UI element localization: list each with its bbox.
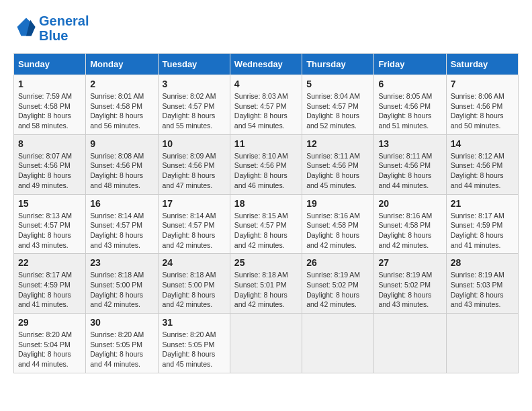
day-number: 12: [306, 138, 369, 149]
day-number: 8: [18, 138, 81, 149]
calendar-cell: [446, 314, 518, 373]
calendar-week-row: 1Sunrise: 7:59 AMSunset: 4:58 PMDaylight…: [14, 75, 519, 135]
calendar-cell: 8Sunrise: 8:07 AMSunset: 4:56 PMDaylight…: [14, 134, 86, 194]
day-info: Sunrise: 8:08 AMSunset: 4:56 PMDaylight:…: [90, 151, 153, 191]
calendar-cell: 23Sunrise: 8:18 AMSunset: 5:00 PMDayligh…: [86, 254, 158, 314]
day-number: 18: [234, 198, 298, 209]
weekday-header: Tuesday: [158, 54, 230, 75]
day-number: 3: [163, 79, 226, 89]
day-info: Sunrise: 8:14 AMSunset: 4:57 PMDaylight:…: [163, 211, 226, 250]
day-info: Sunrise: 8:06 AMSunset: 4:56 PMDaylight:…: [451, 91, 514, 131]
page-header: General Blue: [13, 13, 519, 43]
calendar-cell: 10Sunrise: 8:09 AMSunset: 4:56 PMDayligh…: [158, 134, 230, 194]
day-info: Sunrise: 8:13 AMSunset: 4:57 PMDaylight:…: [18, 211, 81, 250]
day-number: 22: [18, 257, 81, 268]
day-number: 11: [234, 138, 298, 149]
calendar-cell: 5Sunrise: 8:04 AMSunset: 4:57 PMDaylight…: [302, 75, 374, 135]
calendar-cell: 29Sunrise: 8:20 AMSunset: 5:04 PMDayligh…: [14, 314, 86, 373]
weekday-header: Friday: [374, 54, 446, 75]
weekday-header: Monday: [86, 54, 158, 75]
calendar-cell: 26Sunrise: 8:19 AMSunset: 5:02 PMDayligh…: [302, 254, 374, 314]
calendar-cell: 7Sunrise: 8:06 AMSunset: 4:56 PMDaylight…: [446, 75, 518, 135]
day-info: Sunrise: 8:12 AMSunset: 4:56 PMDaylight:…: [451, 151, 514, 191]
calendar-table: SundayMondayTuesdayWednesdayThursdayFrid…: [13, 53, 519, 373]
day-info: Sunrise: 8:19 AMSunset: 5:02 PMDaylight:…: [378, 270, 441, 310]
day-info: Sunrise: 8:16 AMSunset: 4:58 PMDaylight:…: [378, 211, 441, 250]
day-info: Sunrise: 8:18 AMSunset: 5:00 PMDaylight:…: [163, 270, 226, 310]
calendar-cell: 11Sunrise: 8:10 AMSunset: 4:56 PMDayligh…: [230, 134, 302, 194]
weekday-header: Sunday: [14, 54, 86, 75]
day-number: 24: [163, 257, 226, 268]
day-info: Sunrise: 8:20 AMSunset: 5:05 PMDaylight:…: [90, 330, 153, 369]
day-number: 5: [306, 79, 369, 89]
day-number: 31: [163, 317, 226, 328]
calendar-week-row: 8Sunrise: 8:07 AMSunset: 4:56 PMDaylight…: [14, 134, 519, 194]
day-info: Sunrise: 8:11 AMSunset: 4:56 PMDaylight:…: [306, 151, 369, 191]
day-info: Sunrise: 8:16 AMSunset: 4:58 PMDaylight:…: [306, 211, 369, 250]
calendar-cell: 16Sunrise: 8:14 AMSunset: 4:57 PMDayligh…: [86, 194, 158, 254]
day-number: 21: [451, 198, 514, 209]
logo-general: General: [39, 13, 89, 28]
day-number: 2: [90, 79, 153, 89]
day-number: 9: [90, 138, 153, 149]
calendar-cell: 28Sunrise: 8:19 AMSunset: 5:03 PMDayligh…: [446, 254, 518, 314]
calendar-cell: 24Sunrise: 8:18 AMSunset: 5:00 PMDayligh…: [158, 254, 230, 314]
day-number: 23: [90, 257, 153, 268]
calendar-cell: 30Sunrise: 8:20 AMSunset: 5:05 PMDayligh…: [86, 314, 158, 373]
day-number: 14: [451, 138, 514, 149]
day-info: Sunrise: 8:20 AMSunset: 5:04 PMDaylight:…: [18, 330, 81, 369]
calendar-cell: 13Sunrise: 8:11 AMSunset: 4:56 PMDayligh…: [374, 134, 446, 194]
day-number: 6: [378, 79, 441, 89]
day-info: Sunrise: 8:15 AMSunset: 4:57 PMDaylight:…: [234, 211, 298, 250]
calendar-cell: 20Sunrise: 8:16 AMSunset: 4:58 PMDayligh…: [374, 194, 446, 254]
day-number: 27: [378, 257, 441, 268]
day-number: 29: [18, 317, 81, 328]
day-info: Sunrise: 8:17 AMSunset: 4:59 PMDaylight:…: [451, 211, 514, 250]
calendar-cell: 4Sunrise: 8:03 AMSunset: 4:57 PMDaylight…: [230, 75, 302, 135]
day-number: 16: [90, 198, 153, 209]
logo-blue: Blue: [39, 28, 89, 43]
day-info: Sunrise: 8:20 AMSunset: 5:05 PMDaylight:…: [163, 330, 226, 369]
calendar-cell: 17Sunrise: 8:14 AMSunset: 4:57 PMDayligh…: [158, 194, 230, 254]
calendar-cell: [374, 314, 446, 373]
day-info: Sunrise: 8:04 AMSunset: 4:57 PMDaylight:…: [306, 91, 369, 131]
calendar-week-row: 22Sunrise: 8:17 AMSunset: 4:59 PMDayligh…: [14, 254, 519, 314]
day-number: 25: [234, 257, 298, 268]
calendar-header: SundayMondayTuesdayWednesdayThursdayFrid…: [14, 54, 519, 75]
calendar-cell: [230, 314, 302, 373]
day-info: Sunrise: 8:18 AMSunset: 5:01 PMDaylight:…: [234, 270, 298, 310]
calendar-cell: 19Sunrise: 8:16 AMSunset: 4:58 PMDayligh…: [302, 194, 374, 254]
day-info: Sunrise: 8:01 AMSunset: 4:58 PMDaylight:…: [90, 91, 153, 131]
calendar-cell: 18Sunrise: 8:15 AMSunset: 4:57 PMDayligh…: [230, 194, 302, 254]
day-info: Sunrise: 7:59 AMSunset: 4:58 PMDaylight:…: [18, 91, 81, 131]
day-number: 10: [163, 138, 226, 149]
calendar-cell: 3Sunrise: 8:02 AMSunset: 4:57 PMDaylight…: [158, 75, 230, 135]
calendar-cell: 15Sunrise: 8:13 AMSunset: 4:57 PMDayligh…: [14, 194, 86, 254]
day-info: Sunrise: 8:03 AMSunset: 4:57 PMDaylight:…: [234, 91, 298, 131]
day-info: Sunrise: 8:17 AMSunset: 4:59 PMDaylight:…: [18, 270, 81, 310]
day-info: Sunrise: 8:07 AMSunset: 4:56 PMDaylight:…: [18, 151, 81, 191]
calendar-cell: [302, 314, 374, 373]
day-number: 26: [306, 257, 369, 268]
calendar-cell: 31Sunrise: 8:20 AMSunset: 5:05 PMDayligh…: [158, 314, 230, 373]
day-info: Sunrise: 8:02 AMSunset: 4:57 PMDaylight:…: [163, 91, 226, 131]
day-info: Sunrise: 8:09 AMSunset: 4:56 PMDaylight:…: [163, 151, 226, 191]
calendar-cell: 6Sunrise: 8:05 AMSunset: 4:56 PMDaylight…: [374, 75, 446, 135]
day-number: 1: [18, 79, 81, 89]
calendar-week-row: 15Sunrise: 8:13 AMSunset: 4:57 PMDayligh…: [14, 194, 519, 254]
calendar-cell: 2Sunrise: 8:01 AMSunset: 4:58 PMDaylight…: [86, 75, 158, 135]
logo: General Blue: [13, 13, 89, 43]
day-info: Sunrise: 8:19 AMSunset: 5:03 PMDaylight:…: [451, 270, 514, 310]
calendar-cell: 14Sunrise: 8:12 AMSunset: 4:56 PMDayligh…: [446, 134, 518, 194]
weekday-header: Saturday: [446, 54, 518, 75]
day-info: Sunrise: 8:11 AMSunset: 4:56 PMDaylight:…: [378, 151, 441, 191]
weekday-header: Thursday: [302, 54, 374, 75]
day-info: Sunrise: 8:05 AMSunset: 4:56 PMDaylight:…: [378, 91, 441, 131]
calendar-week-row: 29Sunrise: 8:20 AMSunset: 5:04 PMDayligh…: [14, 314, 519, 373]
day-number: 28: [451, 257, 514, 268]
day-number: 17: [163, 198, 226, 209]
day-number: 19: [306, 198, 369, 209]
day-info: Sunrise: 8:19 AMSunset: 5:02 PMDaylight:…: [306, 270, 369, 310]
calendar-cell: 9Sunrise: 8:08 AMSunset: 4:56 PMDaylight…: [86, 134, 158, 194]
day-number: 20: [378, 198, 441, 209]
